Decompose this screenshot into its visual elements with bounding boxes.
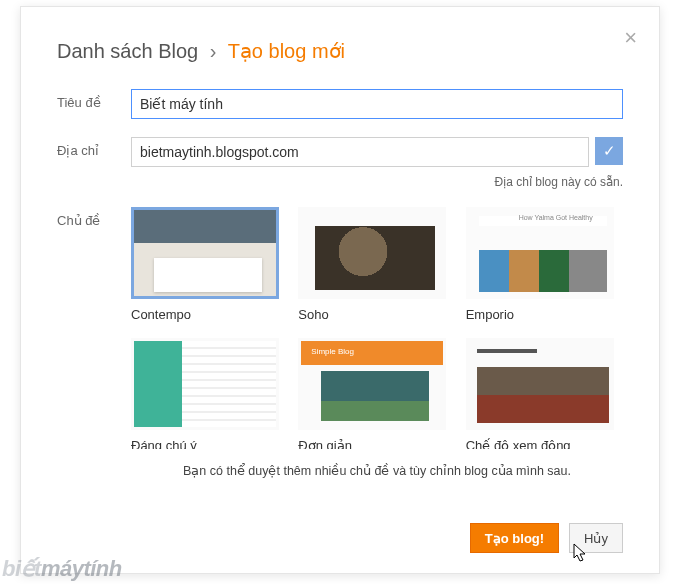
check-icon: ✓ xyxy=(595,137,623,165)
address-status: Địa chỉ blog này có sẵn. xyxy=(131,175,623,189)
cancel-button[interactable]: Hủy xyxy=(569,523,623,553)
theme-name: Đơn giản xyxy=(298,438,455,449)
theme-label: Chủ đề xyxy=(57,207,131,228)
watermark: biếtmáytính xyxy=(2,556,122,582)
theme-thumbnail[interactable] xyxy=(131,338,279,430)
breadcrumb: Danh sách Blog xyxy=(57,40,198,62)
theme-item[interactable]: Chế độ xem động xyxy=(466,338,623,449)
title-label: Tiêu đề xyxy=(57,89,131,110)
title-input[interactable] xyxy=(131,89,623,119)
theme-name: Chế độ xem động xyxy=(466,438,623,449)
theme-item[interactable]: Soho xyxy=(298,207,455,336)
theme-scroller[interactable]: ContempoSohoHow Yalma Got HealthyEmporio… xyxy=(131,207,623,449)
theme-item[interactable]: Contempo xyxy=(131,207,288,336)
theme-thumbnail[interactable] xyxy=(131,207,279,299)
theme-item[interactable]: Simple BlogĐơn giản xyxy=(298,338,455,449)
theme-thumbnail[interactable]: How Yalma Got Healthy xyxy=(466,207,614,299)
close-icon[interactable]: × xyxy=(624,25,637,51)
theme-name: Đáng chú ý xyxy=(131,438,288,449)
theme-name: Emporio xyxy=(466,307,623,322)
address-input[interactable] xyxy=(131,137,589,167)
theme-thumbnail[interactable] xyxy=(298,207,446,299)
theme-hint: Bạn có thể duyệt thêm nhiều chủ đề và tù… xyxy=(131,463,623,478)
theme-thumbnail[interactable] xyxy=(466,338,614,430)
create-blog-button[interactable]: Tạo blog! xyxy=(470,523,559,553)
theme-name: Contempo xyxy=(131,307,288,322)
page-title: Tạo blog mới xyxy=(228,40,345,62)
theme-item[interactable]: Đáng chú ý xyxy=(131,338,288,449)
chevron-right-icon: › xyxy=(210,40,217,62)
theme-thumbnail[interactable]: Simple Blog xyxy=(298,338,446,430)
create-blog-dialog: × Danh sách Blog › Tạo blog mới Tiêu đề … xyxy=(20,6,660,574)
theme-item[interactable]: How Yalma Got HealthyEmporio xyxy=(466,207,623,336)
theme-name: Soho xyxy=(298,307,455,322)
address-label: Địa chỉ xyxy=(57,137,131,158)
dialog-header: Danh sách Blog › Tạo blog mới xyxy=(57,39,623,63)
